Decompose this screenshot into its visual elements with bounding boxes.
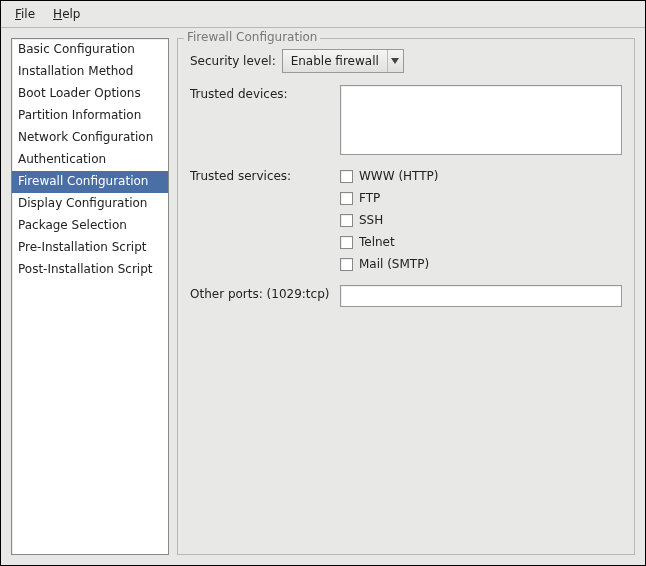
sidebar-item-post-installation-script[interactable]: Post-Installation Script	[12, 259, 168, 281]
other-ports-row: Other ports: (1029:tcp)	[190, 285, 622, 307]
sidebar-item-partition-information[interactable]: Partition Information	[12, 105, 168, 127]
sidebar-item-network-configuration[interactable]: Network Configuration	[12, 127, 168, 149]
other-ports-input[interactable]	[340, 285, 622, 307]
service-ssh[interactable]: SSH	[340, 211, 622, 229]
app-window: File Help Basic Configuration Installati…	[0, 0, 646, 566]
service-www[interactable]: WWW (HTTP)	[340, 167, 622, 185]
firewall-groupbox: Firewall Configuration Security level: E…	[177, 38, 635, 555]
main-panel: Firewall Configuration Security level: E…	[177, 38, 635, 555]
other-ports-label: Other ports: (1029:tcp)	[190, 285, 340, 301]
checkbox-icon[interactable]	[340, 170, 353, 183]
service-label: Telnet	[359, 233, 395, 251]
service-mail[interactable]: Mail (SMTP)	[340, 255, 622, 273]
sidebar-item-package-selection[interactable]: Package Selection	[12, 215, 168, 237]
checkbox-icon[interactable]	[340, 214, 353, 227]
trusted-devices-list[interactable]	[340, 85, 622, 155]
sidebar-item-installation-method[interactable]: Installation Method	[12, 61, 168, 83]
service-ftp[interactable]: FTP	[340, 189, 622, 207]
checkbox-icon[interactable]	[340, 192, 353, 205]
trusted-services-label: Trusted services:	[190, 167, 340, 183]
sidebar-item-firewall-configuration[interactable]: Firewall Configuration	[12, 171, 168, 193]
sidebar-item-boot-loader-options[interactable]: Boot Loader Options	[12, 83, 168, 105]
trusted-devices-label: Trusted devices:	[190, 85, 340, 101]
service-label: FTP	[359, 189, 380, 207]
sidebar-item-basic-configuration[interactable]: Basic Configuration	[12, 39, 168, 61]
groupbox-title: Firewall Configuration	[184, 30, 320, 44]
chevron-down-icon	[387, 50, 403, 72]
service-label: SSH	[359, 211, 383, 229]
menu-help[interactable]: Help	[45, 4, 88, 24]
service-telnet[interactable]: Telnet	[340, 233, 622, 251]
sidebar-item-display-configuration[interactable]: Display Configuration	[12, 193, 168, 215]
sidebar-item-authentication[interactable]: Authentication	[12, 149, 168, 171]
security-level-label: Security level:	[190, 49, 276, 68]
sidebar[interactable]: Basic Configuration Installation Method …	[11, 38, 169, 555]
sidebar-item-pre-installation-script[interactable]: Pre-Installation Script	[12, 237, 168, 259]
form-area: Trusted devices: Trusted services: WWW (…	[190, 85, 622, 319]
trusted-services-list: WWW (HTTP) FTP SSH	[340, 167, 622, 273]
security-level-row: Security level: Enable firewall	[190, 49, 622, 73]
checkbox-icon[interactable]	[340, 236, 353, 249]
checkbox-icon[interactable]	[340, 258, 353, 271]
security-level-dropdown[interactable]: Enable firewall	[282, 49, 404, 73]
service-label: Mail (SMTP)	[359, 255, 429, 273]
menubar: File Help	[1, 1, 645, 28]
content-area: Basic Configuration Installation Method …	[1, 28, 645, 565]
security-level-value: Enable firewall	[283, 54, 387, 68]
menu-file[interactable]: File	[7, 4, 43, 24]
trusted-devices-row: Trusted devices:	[190, 85, 622, 155]
trusted-services-row: Trusted services: WWW (HTTP) FTP	[190, 167, 622, 273]
service-label: WWW (HTTP)	[359, 167, 438, 185]
